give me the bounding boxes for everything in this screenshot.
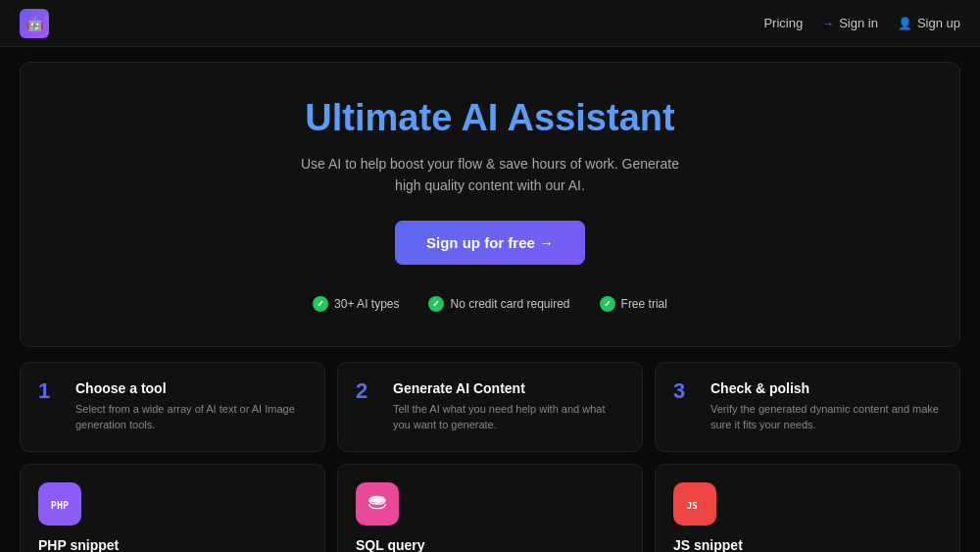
sql-svg (367, 493, 388, 515)
step-title-2: Generate AI Content (393, 380, 624, 396)
navbar-right: Pricing → Sign in 👤 Sign up (763, 16, 960, 30)
php-icon: PHP (38, 482, 81, 526)
js-icon: JS (673, 482, 716, 526)
step-title-1: Choose a tool (75, 380, 307, 396)
sign-in-label: Sign in (839, 16, 878, 30)
step-card-1: 1 Choose a tool Select from a wide array… (20, 362, 325, 452)
sign-up-label: Sign up (917, 16, 960, 30)
tool-title-js: JS snippet (673, 537, 942, 552)
tool-title-php: PHP snippet (38, 537, 307, 552)
step-content-3: Check & polish Verify the generated dyna… (710, 380, 942, 433)
sign-up-icon: 👤 (898, 17, 912, 30)
tool-card-js[interactable]: JS JS snippet Generate quick & helpful J… (655, 464, 960, 552)
tools-section: PHP PHP snippet Generate PHP code snippe… (20, 464, 960, 552)
svg-text:PHP: PHP (51, 499, 69, 510)
steps-section: 1 Choose a tool Select from a wide array… (20, 362, 960, 452)
badge-no-cc-label: No credit card required (450, 297, 569, 311)
hero-section: Ultimate AI Assistant Use AI to help boo… (20, 62, 960, 347)
svg-point-1 (369, 496, 386, 503)
php-svg: PHP (49, 493, 71, 515)
badge-ai-types-label: 30+ AI types (334, 297, 399, 311)
tool-title-sql: SQL query (356, 537, 624, 552)
badge-free-trial-label: Free trial (621, 297, 667, 311)
tool-card-sql[interactable]: SQL query Generate helpful SQL queries w… (337, 464, 643, 552)
step-card-2: 2 Generate AI Content Tell the AI what y… (337, 362, 643, 452)
logo-icon: 🤖 (20, 9, 49, 38)
tool-card-php[interactable]: PHP PHP snippet Generate PHP code snippe… (20, 464, 325, 552)
check-icon-2: ✓ (428, 296, 444, 312)
badge-no-cc: ✓ No credit card required (428, 296, 569, 312)
logo: 🤖 (20, 9, 49, 38)
badge-free-trial: ✓ Free trial (600, 296, 667, 312)
svg-text:JS: JS (687, 499, 698, 510)
hero-cta-button[interactable]: Sign up for free → (395, 221, 585, 265)
sign-in-icon: → (822, 17, 834, 30)
hero-badges: ✓ 30+ AI types ✓ No credit card required… (40, 296, 940, 312)
hero-subtitle: Use AI to help boost your flow & save ho… (294, 153, 686, 197)
pricing-link[interactable]: Pricing (763, 16, 803, 30)
step-card-3: 3 Check & polish Verify the generated dy… (655, 362, 960, 452)
step-desc-3: Verify the generated dynamic content and… (710, 401, 942, 433)
sign-in-button[interactable]: → Sign in (822, 16, 878, 30)
step-desc-1: Select from a wide array of AI text or A… (75, 401, 307, 433)
navbar: 🤖 Pricing → Sign in 👤 Sign up (0, 0, 980, 47)
sign-up-button[interactable]: 👤 Sign up (898, 16, 960, 30)
step-number-1: 1 (38, 380, 62, 402)
sql-icon (356, 482, 399, 526)
js-svg: JS (684, 493, 706, 515)
step-number-2: 2 (356, 380, 379, 402)
step-title-3: Check & polish (710, 380, 942, 396)
step-content-2: Generate AI Content Tell the AI what you… (393, 380, 624, 433)
badge-ai-types: ✓ 30+ AI types (313, 296, 399, 312)
step-content-1: Choose a tool Select from a wide array o… (75, 380, 307, 433)
step-number-3: 3 (673, 380, 697, 402)
main-content: Ultimate AI Assistant Use AI to help boo… (0, 47, 980, 552)
check-icon-3: ✓ (600, 296, 615, 312)
check-icon-1: ✓ (313, 296, 328, 312)
step-desc-2: Tell the AI what you need help with and … (393, 401, 624, 433)
hero-title: Ultimate AI Assistant (40, 97, 940, 139)
